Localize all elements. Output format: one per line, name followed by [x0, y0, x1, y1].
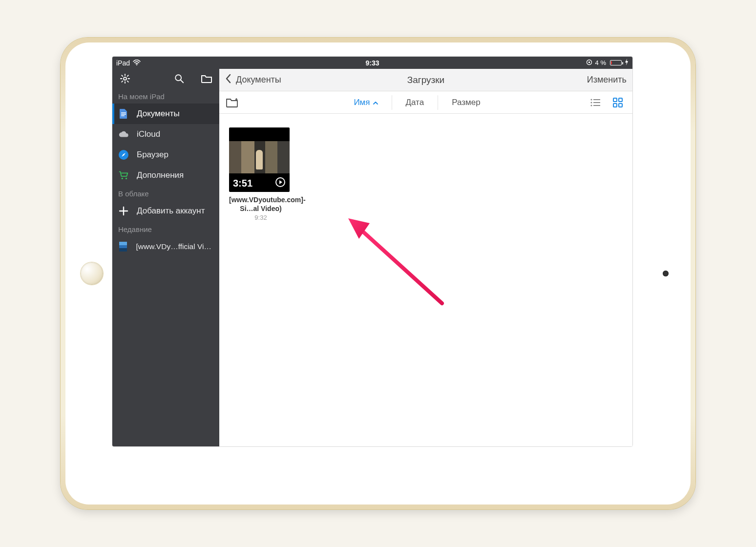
svg-line-5 [181, 80, 184, 83]
sidebar-item-label: iCloud [137, 129, 160, 139]
back-button[interactable]: Документы [225, 74, 281, 86]
grid-view-icon[interactable] [612, 97, 624, 108]
status-time: 9:33 [365, 59, 379, 67]
sort-group: Имя Дата Размер [245, 95, 589, 110]
svg-point-12 [590, 99, 592, 100]
main-header: Документы Загрузки Изменить [219, 69, 632, 91]
thumbnail-overlay: 3:51 [229, 174, 290, 192]
sort-by-name[interactable]: Имя [340, 95, 391, 110]
svg-point-14 [590, 102, 592, 103]
view-toggles [589, 97, 632, 108]
svg-rect-18 [613, 98, 617, 102]
play-icon [275, 177, 286, 190]
section-on-my-ipad: На моем iPad [112, 88, 219, 104]
home-button[interactable] [81, 262, 103, 285]
document-icon [118, 108, 129, 119]
file-thumbnail: 3:51 [229, 127, 290, 192]
svg-point-8 [126, 178, 127, 179]
device-bezel: iPad 9:33 4 % [65, 42, 691, 505]
gear-icon[interactable] [119, 73, 131, 84]
new-folder-button[interactable] [219, 97, 245, 108]
orientation-lock-icon [586, 59, 592, 67]
page-title: Загрузки [407, 75, 444, 85]
sidebar: На моем iPad Документы iCloud [112, 69, 219, 446]
video-file-icon [118, 241, 128, 252]
sidebar-item-add-account[interactable]: Добавить аккаунт [112, 201, 219, 221]
list-view-icon[interactable] [589, 97, 601, 108]
svg-point-0 [136, 64, 137, 65]
sidebar-item-label: Дополнения [137, 170, 184, 180]
sort-by-size[interactable]: Размер [438, 95, 494, 110]
plus-icon [118, 206, 129, 216]
content-area: 3:51 [www.VDyoutube.com]-Si…al Video) 9:… [219, 114, 632, 446]
status-bar: iPad 9:33 4 % [112, 57, 632, 69]
file-time: 9:32 [229, 214, 293, 221]
section-in-cloud: В облаке [112, 186, 219, 201]
svg-rect-11 [119, 248, 127, 252]
sort-by-date[interactable]: Дата [392, 95, 438, 110]
sort-date-label: Дата [406, 98, 424, 107]
svg-point-7 [122, 178, 123, 179]
svg-rect-19 [619, 98, 622, 102]
charging-icon [625, 59, 629, 67]
status-battery-percent: 4 % [595, 59, 606, 66]
svg-rect-21 [619, 104, 622, 107]
svg-point-16 [590, 105, 592, 106]
section-recent: Недавние [112, 221, 219, 236]
sidebar-item-icloud[interactable]: iCloud [112, 124, 219, 145]
cart-icon [118, 170, 129, 181]
sort-name-label: Имя [354, 98, 370, 107]
svg-rect-10 [119, 242, 127, 245]
battery-icon [610, 60, 622, 65]
chevron-up-icon [373, 98, 378, 107]
sort-bar: Имя Дата Размер [219, 91, 632, 114]
folder-icon[interactable] [201, 73, 212, 84]
wifi-icon [133, 59, 141, 67]
compass-icon [118, 149, 129, 160]
file-item[interactable]: 3:51 [www.VDyoutube.com]-Si…al Video) 9:… [229, 127, 293, 221]
status-device-label: iPad [116, 59, 130, 67]
device-frame: iPad 9:33 4 % [61, 38, 695, 509]
main-pane: Документы Загрузки Изменить Имя [219, 69, 632, 446]
sidebar-item-label: [www.VDy…fficial Video) [136, 242, 213, 251]
chevron-left-icon [225, 74, 231, 86]
svg-rect-20 [613, 104, 617, 107]
front-camera [663, 271, 669, 276]
svg-rect-2 [588, 62, 590, 63]
sidebar-item-recent-file[interactable]: [www.VDy…fficial Video) [112, 236, 219, 257]
status-left: iPad [116, 59, 141, 67]
sidebar-item-label: Браузер [137, 150, 168, 160]
sidebar-item-browser[interactable]: Браузер [112, 145, 219, 165]
file-name: [www.VDyoutube.com]-Si…al Video) [229, 196, 293, 213]
back-label: Документы [236, 75, 281, 85]
sidebar-toolbar [112, 69, 219, 88]
cloud-icon [118, 129, 129, 140]
search-icon[interactable] [173, 73, 185, 84]
screen: iPad 9:33 4 % [112, 56, 633, 447]
svg-point-3 [124, 77, 126, 80]
status-right: 4 % [586, 59, 629, 67]
sidebar-item-label: Добавить аккаунт [137, 206, 205, 216]
sort-size-label: Размер [452, 98, 480, 107]
edit-button[interactable]: Изменить [587, 75, 627, 85]
sidebar-item-documents[interactable]: Документы [112, 104, 219, 124]
sidebar-item-addons[interactable]: Дополнения [112, 165, 219, 186]
file-duration: 3:51 [233, 178, 252, 189]
sidebar-item-label: Документы [137, 109, 180, 119]
